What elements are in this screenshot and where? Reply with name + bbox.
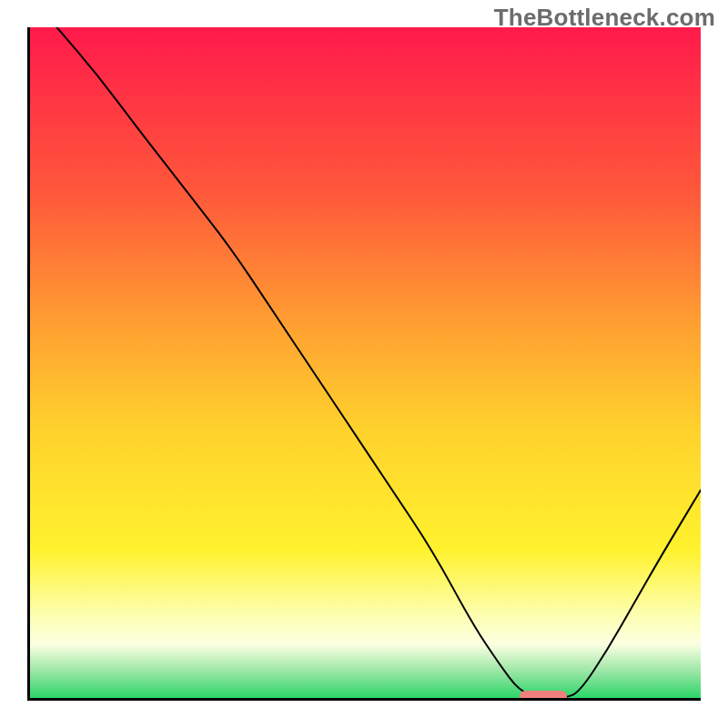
chart-area <box>27 27 701 701</box>
watermark-label: TheBottleneck.com <box>494 4 715 32</box>
optimal-range-marker <box>520 691 567 701</box>
bottleneck-curve <box>30 27 701 698</box>
